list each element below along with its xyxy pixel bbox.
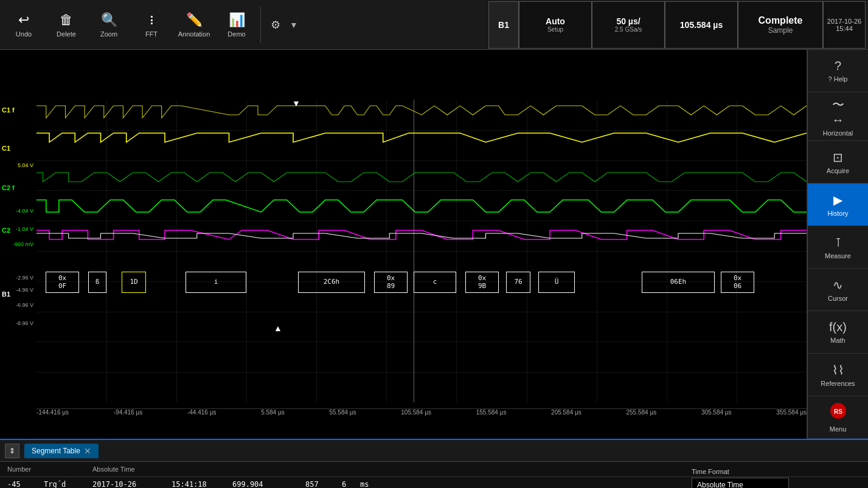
undo-icon: ↩: [18, 12, 29, 28]
ch-b1-label: B1: [0, 290, 12, 298]
time-axis: -144.416 µs -94.416 µs -44.416 µs 5.584 …: [36, 408, 807, 421]
volt-b1c: -6.96 V: [0, 302, 35, 308]
sidebar-item-cursor[interactable]: ∿ Cursor: [808, 269, 868, 311]
fft-icon: ⫶: [148, 12, 155, 28]
ch-c1f-label: C1 f: [0, 106, 16, 114]
decode-0x89: 0x89: [374, 272, 408, 293]
main-area: C1 f C1 C2 f C2 B1: [0, 50, 868, 439]
grid-lines: [36, 100, 807, 402]
volt-b1d: -8.96 V: [0, 320, 35, 326]
oscilloscope-display: C1 f C1 C2 f C2 B1: [0, 50, 807, 439]
toolbar-divider: [260, 7, 261, 43]
panel-collapse-button[interactable]: ⇕: [5, 444, 19, 458]
dropdown-arrow[interactable]: ▼: [288, 1, 300, 49]
zoom-button[interactable]: 🔍 Zoom: [88, 1, 130, 49]
right-sidebar: ? ? Help 〜↔ Horizontal ⊡ Acquire ▶ Histo…: [807, 50, 868, 439]
tab-close-button[interactable]: ✕: [84, 446, 91, 456]
delete-icon: 🗑: [60, 12, 73, 28]
volt-c2b: -960 mV: [0, 241, 35, 247]
decode-uml: Ü: [538, 272, 575, 293]
time-format-select[interactable]: Absolute Time Relative Time: [692, 478, 789, 488]
delete-button[interactable]: 🗑 Delete: [45, 1, 88, 49]
ch-c1-label: C1: [0, 144, 12, 153]
volt-c2f: -4.04 V: [0, 208, 35, 214]
decode-2c6h: 2C6h: [298, 272, 365, 293]
duration-cell[interactable]: 105.584 µs: [665, 1, 738, 49]
decode-beta: ß: [88, 272, 106, 293]
panel-header: ⇕ Segment Table ✕: [0, 440, 868, 462]
sidebar-item-help[interactable]: ? ? Help: [808, 50, 868, 92]
bus-decode-area: 0x0F ß 1D i 2C6h 0x89 c 0x9B 76 Ü 06Eh 0…: [36, 269, 807, 317]
annotation-icon: ✏️: [186, 12, 203, 28]
horizontal-icon: 〜↔: [832, 97, 844, 127]
sidebar-item-history[interactable]: ▶ History: [808, 184, 868, 226]
acquire-icon: ⊡: [833, 150, 843, 165]
undo-button[interactable]: ↩ Undo: [2, 1, 45, 49]
decode-0x06: 0x06: [721, 272, 754, 293]
volt-c1: 5.04 V: [0, 162, 35, 168]
sidebar-item-references[interactable]: ⌇⌇ References: [808, 354, 868, 396]
datetime-cell: 2017-10-26 15:44: [823, 1, 866, 49]
segment-table-tab[interactable]: Segment Table ✕: [24, 444, 99, 458]
sidebar-item-horizontal[interactable]: 〜↔ Horizontal: [808, 92, 868, 141]
measure-icon: ⊺: [835, 235, 841, 250]
toolbar: ↩ Undo 🗑 Delete 🔍 Zoom ⫶ FFT ✏️ Annotati…: [0, 0, 868, 50]
sidebar-item-menu[interactable]: RS Menu: [808, 396, 868, 439]
sidebar-item-measure[interactable]: ⊺ Measure: [808, 226, 868, 269]
time-format-control: Absolute Time Relative Time: [692, 478, 789, 488]
cursor-line: [414, 100, 414, 402]
panel-body: Number Absolute Time -45 Trg´d 2017-10-2…: [0, 462, 868, 488]
decode-0x0f: 0x0F: [46, 272, 79, 293]
sidebar-item-math[interactable]: f(x) Math: [808, 311, 868, 354]
demo-button[interactable]: 📊 Demo: [215, 1, 258, 49]
history-icon: ▶: [833, 193, 842, 207]
svg-text:RS: RS: [834, 408, 842, 415]
zoom-icon: 🔍: [101, 12, 117, 28]
decode-06eh: 06Eh: [642, 272, 715, 293]
cursor-icon: ∿: [833, 278, 843, 292]
bottom-panel: ⇕ Segment Table ✕ Number Absolute Time -…: [0, 439, 868, 488]
annotation-button[interactable]: ✏️ Annotation: [173, 1, 215, 49]
ch-c2-label: C2: [0, 226, 12, 235]
timescale-cell[interactable]: 50 µs/ 2.5 GSa/s: [592, 1, 665, 49]
decode-1d: 1D: [122, 272, 146, 293]
volt-b1a: -2.96 V: [0, 275, 35, 281]
fft-button[interactable]: ⫶ FFT: [130, 1, 173, 49]
trigger-arrow-bottom: ▲: [274, 323, 282, 333]
references-icon: ⌇⌇: [832, 363, 844, 377]
decode-76: 76: [506, 272, 530, 293]
demo-icon: 📊: [229, 12, 245, 28]
waveform-svg: [36, 100, 807, 270]
channel-cell[interactable]: Auto Setup: [519, 1, 592, 49]
decode-c: c: [414, 272, 456, 293]
help-icon: ?: [835, 59, 841, 73]
sidebar-item-acquire[interactable]: ⊡ Acquire: [808, 141, 868, 184]
math-icon: f(x): [829, 320, 847, 334]
complete-cell[interactable]: Complete Sample: [738, 1, 823, 49]
decode-i: i: [186, 272, 246, 293]
menu-icon: RS: [829, 402, 847, 423]
b1-indicator: B1: [488, 1, 519, 49]
gear-button[interactable]: ⚙: [263, 1, 288, 49]
trigger-arrow: ▼: [292, 98, 300, 108]
time-format-section: Time Format Absolute Time Relative Time: [692, 468, 789, 488]
top-info-bar: B1 Auto Setup 50 µs/ 2.5 GSa/s 105.584 µ…: [488, 1, 866, 49]
decode-0x9b: 0x9B: [465, 272, 499, 293]
ch-c2f-label: C2 f: [0, 184, 16, 192]
